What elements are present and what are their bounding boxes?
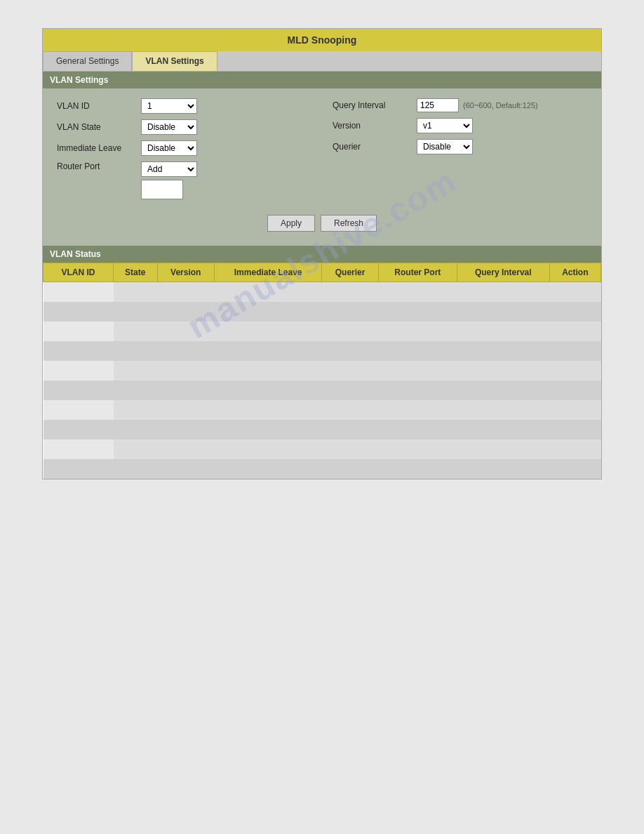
querier-label: Querier bbox=[333, 142, 417, 152]
col-immediate-leave: Immediate Leave bbox=[214, 263, 321, 282]
tab-vlan-settings[interactable]: VLAN Settings bbox=[132, 51, 217, 71]
cell bbox=[114, 400, 601, 420]
cell bbox=[43, 439, 114, 459]
apply-button[interactable]: Apply bbox=[267, 215, 315, 232]
version-select[interactable]: v1 v2 bbox=[417, 118, 473, 133]
tabs-row: General Settings VLAN Settings bbox=[43, 51, 601, 72]
table-row bbox=[43, 439, 601, 459]
vlan-settings-header: VLAN Settings bbox=[43, 72, 601, 88]
table-row bbox=[43, 400, 601, 420]
refresh-button[interactable]: Refresh bbox=[321, 215, 377, 232]
cell bbox=[43, 459, 601, 479]
table-body bbox=[43, 282, 601, 479]
table-row bbox=[43, 282, 601, 302]
query-interval-label: Query Interval bbox=[333, 100, 417, 110]
cell bbox=[43, 400, 114, 420]
tab-general-settings[interactable]: General Settings bbox=[43, 51, 132, 71]
cell bbox=[43, 361, 114, 380]
cell bbox=[114, 282, 601, 302]
col-querier: Querier bbox=[322, 263, 379, 282]
query-interval-input[interactable] bbox=[417, 98, 459, 112]
router-port-label: Router Port bbox=[57, 161, 141, 171]
cell bbox=[43, 420, 601, 439]
col-state: State bbox=[114, 263, 158, 282]
vlan-status-table: VLAN ID State Version Immediate Leave Qu… bbox=[43, 263, 601, 479]
router-port-row: Router Port Add Remove bbox=[57, 161, 311, 199]
vlan-status-header: VLAN Status bbox=[43, 246, 601, 263]
cell bbox=[43, 341, 601, 361]
router-port-input[interactable] bbox=[141, 180, 183, 199]
table-row bbox=[43, 341, 601, 361]
version-row: Version v1 v2 bbox=[333, 118, 587, 133]
cell bbox=[114, 322, 601, 341]
cell bbox=[114, 361, 601, 380]
form-buttons: Apply Refresh bbox=[57, 215, 587, 239]
vlan-settings-form: VLAN ID 1 VLAN State Disable Enable Im bbox=[43, 88, 601, 246]
page-title: MLD Snooping bbox=[43, 29, 601, 51]
col-query-interval: Query Interval bbox=[457, 263, 549, 282]
col-router-port: Router Port bbox=[378, 263, 457, 282]
cell bbox=[43, 282, 114, 302]
immediate-leave-label: Immediate Leave bbox=[57, 143, 141, 153]
cell bbox=[43, 380, 601, 400]
vlan-state-select[interactable]: Disable Enable bbox=[141, 119, 197, 135]
cell bbox=[43, 302, 601, 322]
cell bbox=[43, 322, 114, 341]
col-version: Version bbox=[157, 263, 214, 282]
immediate-leave-select[interactable]: Disable Enable bbox=[141, 140, 197, 156]
vlan-state-label: VLAN State bbox=[57, 122, 141, 132]
vlan-id-select[interactable]: 1 bbox=[141, 98, 197, 114]
vlan-state-row: VLAN State Disable Enable bbox=[57, 119, 311, 135]
col-vlan-id: VLAN ID bbox=[43, 263, 114, 282]
vlan-id-row: VLAN ID 1 bbox=[57, 98, 311, 114]
table-row bbox=[43, 322, 601, 341]
table-row bbox=[43, 302, 601, 322]
immediate-leave-row: Immediate Leave Disable Enable bbox=[57, 140, 311, 156]
querier-row: Querier Disable Enable bbox=[333, 139, 587, 154]
query-interval-row: Query Interval (60~600, Default:125) bbox=[333, 98, 587, 112]
cell bbox=[114, 439, 601, 459]
querier-select[interactable]: Disable Enable bbox=[417, 139, 473, 154]
router-port-action-select[interactable]: Add Remove bbox=[141, 161, 197, 177]
col-action: Action bbox=[549, 263, 601, 282]
version-label: Version bbox=[333, 121, 417, 131]
query-interval-hint: (60~600, Default:125) bbox=[463, 101, 538, 110]
table-row bbox=[43, 459, 601, 479]
table-row bbox=[43, 380, 601, 400]
table-header-row: VLAN ID State Version Immediate Leave Qu… bbox=[43, 263, 601, 282]
table-row bbox=[43, 361, 601, 380]
table-row bbox=[43, 420, 601, 439]
vlan-id-label: VLAN ID bbox=[57, 101, 141, 111]
